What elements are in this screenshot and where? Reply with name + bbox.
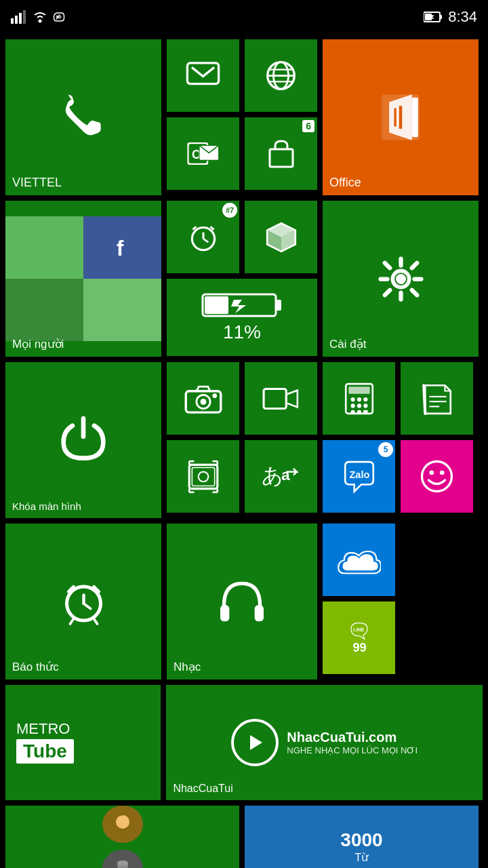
alarm-icon xyxy=(58,576,109,627)
settings-label: Cài đặt xyxy=(329,337,366,351)
screenshot-icon xyxy=(186,459,221,494)
baothuc-label: Báo thức xyxy=(12,660,59,674)
tile-notes[interactable] xyxy=(401,362,473,435)
svg-rect-42 xyxy=(264,389,286,408)
svg-point-59 xyxy=(357,397,361,401)
signal-icon xyxy=(11,10,28,24)
svg-rect-21 xyxy=(412,98,418,138)
svg-text:あ: あ xyxy=(262,464,283,488)
svg-point-60 xyxy=(363,397,367,401)
tile-battery[interactable]: 11% xyxy=(167,279,317,356)
ie-icon xyxy=(262,57,300,94)
calculator-icon xyxy=(342,381,377,416)
svg-rect-57 xyxy=(348,387,369,393)
translate-icon: あ a xyxy=(260,459,302,494)
svg-point-72 xyxy=(422,462,452,492)
tile-game[interactable] xyxy=(5,806,239,868)
svg-rect-7 xyxy=(425,14,432,20)
svg-point-40 xyxy=(200,399,206,405)
svg-point-62 xyxy=(357,403,361,408)
svg-point-63 xyxy=(363,403,367,408)
battery-icon xyxy=(201,292,283,319)
alarm-clock-icon xyxy=(186,220,221,255)
tile-settings[interactable]: Cài đặt xyxy=(323,201,479,357)
lock-label: Khóa màn hình xyxy=(12,500,81,513)
tile-video[interactable] xyxy=(245,362,317,435)
svg-line-81 xyxy=(94,618,97,624)
svg-rect-3 xyxy=(23,10,26,24)
tile-screenshot[interactable] xyxy=(167,440,239,513)
svg-text:a: a xyxy=(281,466,290,484)
camera-icon xyxy=(184,382,222,415)
svg-rect-89 xyxy=(117,861,128,866)
metrotube-metro: METRO xyxy=(16,722,70,736)
clock: 8:34 xyxy=(448,8,477,26)
video-icon xyxy=(262,382,300,415)
status-right: 8:34 xyxy=(424,8,477,26)
tile-zalo[interactable]: Zalo 5 xyxy=(323,440,395,513)
svg-rect-8 xyxy=(187,63,218,84)
notes-icon xyxy=(420,381,455,416)
tile-emoji[interactable] xyxy=(401,440,473,513)
tile-onedrive[interactable] xyxy=(323,524,395,596)
svg-text:f: f xyxy=(116,236,123,260)
tile-baothuc[interactable]: Báo thức xyxy=(5,524,161,679)
tile-nhaccuatui[interactable]: NhacCuaTui.com NGHE NHẠC MỌI LÚC MỌI NƠI… xyxy=(166,685,483,800)
store-icon xyxy=(264,137,298,171)
store-badge: 6 xyxy=(302,120,314,132)
tile-lock[interactable]: Khóa màn hình xyxy=(5,362,161,518)
people-q4 xyxy=(83,279,161,341)
tile-office[interactable]: Office xyxy=(323,39,479,195)
office-label: Office xyxy=(329,176,361,190)
tile-translate[interactable]: あ a xyxy=(245,440,317,513)
line-icon: LINE xyxy=(349,620,369,641)
metrotube-tube: Tube xyxy=(16,739,74,764)
svg-point-41 xyxy=(212,393,217,398)
facebook-f-icon: f xyxy=(109,234,136,261)
tile-camera[interactable] xyxy=(167,362,239,435)
box3d-icon xyxy=(264,220,299,255)
ticket-unit: Từ xyxy=(355,851,369,864)
nfc-icon xyxy=(52,11,66,23)
tile-box3d[interactable] xyxy=(245,201,317,273)
tile-3000[interactable]: 3000 Từ xyxy=(245,806,479,868)
wizard-icon xyxy=(109,811,136,838)
svg-line-80 xyxy=(70,618,73,624)
svg-rect-34 xyxy=(205,296,228,314)
nhaccuatui-label: NhacCuaTui xyxy=(173,783,232,795)
tile-nhac[interactable]: Nhạc xyxy=(167,524,317,679)
people-q3 xyxy=(5,279,83,341)
headphones-icon xyxy=(215,574,269,629)
svg-point-74 xyxy=(440,471,445,475)
svg-point-73 xyxy=(430,471,434,475)
people-q2: f xyxy=(83,216,161,279)
svg-point-86 xyxy=(116,815,129,829)
tile-calculator[interactable] xyxy=(323,362,395,435)
tile-line[interactable]: LINE 99 xyxy=(323,601,395,674)
people-q1 xyxy=(5,216,83,279)
tile-viettel[interactable]: VIETTEL xyxy=(5,39,161,195)
svg-rect-82 xyxy=(220,605,229,621)
svg-marker-85 xyxy=(250,735,262,750)
tile-ie[interactable] xyxy=(245,39,317,112)
battery-percent: 11% xyxy=(223,321,261,343)
game-char1 xyxy=(102,806,143,843)
tile-metrotube[interactable]: METRO Tube xyxy=(5,685,161,800)
svg-rect-44 xyxy=(192,467,214,486)
tile-store[interactable]: 6 xyxy=(245,117,317,190)
tile-alarm7[interactable]: #7 xyxy=(167,201,239,273)
svg-rect-1 xyxy=(15,16,18,24)
svg-point-64 xyxy=(350,410,354,414)
tile-people[interactable]: f Mọi người xyxy=(5,201,161,357)
ticket-count: 3000 xyxy=(340,829,382,851)
svg-point-4 xyxy=(39,20,42,23)
status-left xyxy=(11,10,66,24)
tile-messenger[interactable] xyxy=(167,39,239,112)
onedrive-icon xyxy=(337,543,381,577)
svg-point-36 xyxy=(396,274,406,284)
tile-outlook[interactable]: O xyxy=(167,117,239,190)
alarm7-badge: #7 xyxy=(222,203,237,218)
svg-rect-2 xyxy=(19,13,22,24)
svg-rect-83 xyxy=(255,605,264,621)
status-bar: 8:34 xyxy=(0,0,488,34)
